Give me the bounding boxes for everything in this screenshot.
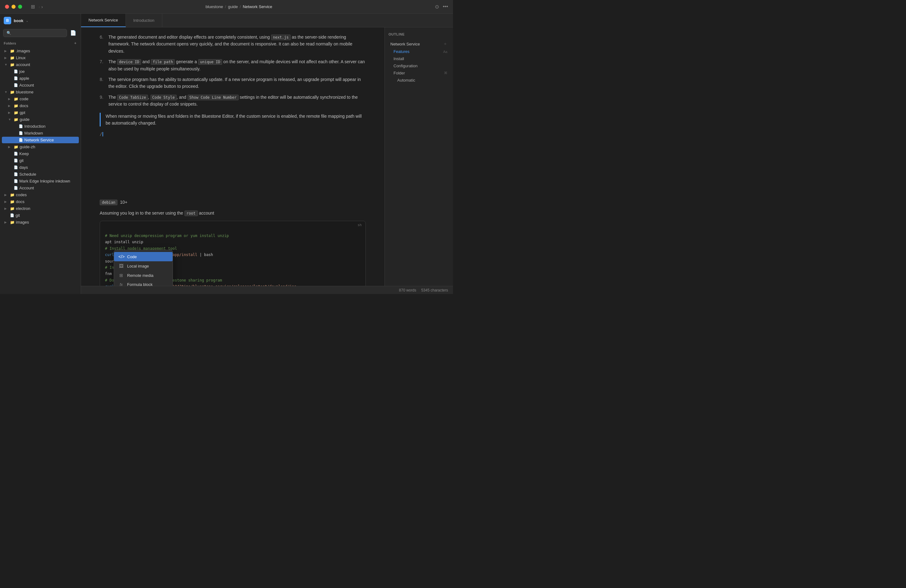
list-number: 8.: [100, 76, 106, 90]
book-title: book: [14, 18, 23, 23]
code-device-id: device ID: [117, 59, 141, 65]
outline-font-icon[interactable]: Aa: [443, 50, 447, 54]
new-file-icon[interactable]: 📄: [69, 29, 78, 37]
sidebar-item-git-root[interactable]: 📄 git: [2, 212, 79, 218]
outline-label: Features: [394, 49, 409, 54]
sidebar-item-images-root[interactable]: ▶ 📁 images: [2, 219, 79, 225]
sidebar-item-joe[interactable]: 📄 joe: [2, 68, 79, 75]
sidebar-item-codes[interactable]: ▶ 📁 codes: [2, 191, 79, 198]
breadcrumb-item-guide[interactable]: guide: [228, 4, 238, 9]
outline-item-features[interactable]: Features Aa: [389, 48, 449, 55]
formula-block-icon: fx: [118, 282, 124, 286]
search-button[interactable]: 🔍: [3, 29, 67, 37]
share-icon[interactable]: ⊙: [435, 4, 439, 10]
sidebar-item-label: Network Service: [24, 138, 54, 142]
more-icon[interactable]: •••: [443, 4, 448, 10]
status-bar: 870 words 5345 characters: [81, 286, 453, 294]
tab-introduction[interactable]: Introduction: [126, 14, 162, 27]
outline-item-install[interactable]: Install: [389, 55, 449, 62]
sidebar-item-docs-root[interactable]: ▶ 📁 docs: [2, 198, 79, 205]
breadcrumb-sep-2: /: [240, 4, 241, 9]
nav-back-button[interactable]: ‹: [38, 4, 40, 10]
menu-item-local-image[interactable]: 🖼 Local image: [114, 261, 172, 271]
sidebar-item-days[interactable]: 📄 days: [2, 164, 79, 171]
code-block-header: sh: [100, 221, 365, 229]
sidebar-item-account-folder[interactable]: ▼ 📁 account: [2, 61, 79, 68]
menu-item-label: Formula block: [127, 282, 153, 286]
sidebar-item-guide[interactable]: ▼ 📁 guide: [2, 116, 79, 123]
sidebar-item-label: days: [19, 165, 28, 170]
maximize-button[interactable]: [18, 5, 22, 9]
tab-network-service[interactable]: Network Service: [81, 14, 126, 27]
sidebar-item-guide-zh[interactable]: ▶ 📁 guide-zh: [2, 143, 79, 150]
word-count: 870 words: [399, 288, 416, 292]
sidebar-item-label: Introduction: [24, 124, 45, 129]
tab-spacer: [162, 14, 453, 27]
doc-icon: 📄: [19, 124, 23, 128]
editor-content[interactable]: 6. The generated document and editor dis…: [81, 27, 384, 286]
close-button[interactable]: [5, 5, 9, 9]
sidebar-item-label: joe: [19, 69, 25, 74]
outline-item-configuration[interactable]: Configuration: [389, 62, 449, 69]
sidebar-item-images[interactable]: ▶ 📁 .images: [2, 48, 79, 54]
debian-version: 10+: [120, 200, 128, 205]
list-item-9: 9. The Code TabSize, Code Style, and Sho…: [100, 94, 366, 108]
sidebar-item-keep[interactable]: 📄 Keep: [2, 150, 79, 157]
list-number: 9.: [100, 94, 106, 108]
chevron-right-icon: ▶: [8, 104, 13, 107]
outline-item-network-service[interactable]: Network Service ＋: [389, 40, 449, 48]
sidebar-item-label: Account: [19, 186, 34, 190]
char-count: 5345 characters: [421, 288, 448, 292]
sidebar-item-account-doc[interactable]: 📄 Account: [2, 82, 79, 88]
sidebar-item-label: images: [16, 220, 29, 225]
code-lang-label: sh: [358, 223, 362, 227]
folder-icon: 📁: [14, 118, 18, 122]
insert-menu[interactable]: </> Code 🖼 Local image ⊞ Remote media: [114, 250, 173, 286]
nav-forward-button[interactable]: ›: [41, 4, 43, 10]
sidebar-item-network-service[interactable]: 📄 Network Service: [2, 137, 79, 143]
sidebar-item-electron[interactable]: ▶ 📁 electron: [2, 205, 79, 212]
outline-item-automatic[interactable]: Automatic: [389, 76, 449, 84]
chevron-right-icon: ▶: [4, 193, 9, 196]
doc-icon: 📄: [14, 152, 18, 156]
add-folder-button[interactable]: ＋: [73, 41, 77, 45]
outline-add-icon[interactable]: ＋: [443, 41, 447, 47]
sidebar-toggle-icon[interactable]: ⊞: [31, 4, 35, 10]
sidebar-item-docs-bluestone[interactable]: ▶ 📁 docs: [2, 102, 79, 109]
outline-item-folder[interactable]: Folder ⌘: [389, 69, 449, 76]
image-icon: 🖼: [118, 263, 124, 268]
blockquote: When renaming or moving files and folder…: [100, 113, 366, 127]
list-number: 6.: [100, 33, 106, 54]
cursor-line[interactable]: /: [100, 131, 366, 136]
folder-icon: 📁: [14, 145, 18, 149]
root-badge: root: [185, 210, 198, 216]
menu-item-code[interactable]: </> Code: [114, 252, 172, 261]
sidebar-item-gpt[interactable]: ▶ 📁 gpt: [2, 109, 79, 116]
sidebar-item-bluestone[interactable]: ▼ 📁 bluestone: [2, 89, 79, 95]
sidebar-item-apple[interactable]: 📄 apple: [2, 75, 79, 81]
menu-item-remote-media[interactable]: ⊞ Remote media: [114, 271, 172, 280]
sidebar-item-markdown[interactable]: 📄 Markdown: [2, 130, 79, 136]
login-text: Assuming you log in to the server using …: [100, 210, 366, 217]
sidebar-item-git-bluestone[interactable]: 📄 git: [2, 157, 79, 164]
book-chevron-icon[interactable]: ⌄: [26, 19, 28, 22]
doc-icon: 📄: [14, 166, 18, 169]
sidebar-item-label: docs: [16, 199, 24, 204]
sidebar-item-schedule[interactable]: 📄 Schedule: [2, 171, 79, 177]
content-list: 6. The generated document and editor dis…: [100, 33, 366, 108]
menu-item-formula-block[interactable]: fx Formula block: [114, 280, 172, 286]
sidebar-item-mark-edge[interactable]: 📄 Mark Edge Inkspire inkdown: [2, 178, 79, 184]
sidebar-item-introduction[interactable]: 📄 Introduction: [2, 123, 79, 129]
sidebar-item-label: code: [20, 97, 28, 101]
breadcrumb-item-bluestone[interactable]: bluestone: [206, 4, 223, 9]
minimize-button[interactable]: [11, 5, 16, 9]
outline-cmd-icon[interactable]: ⌘: [444, 71, 447, 75]
sidebar-item-account-bluestone[interactable]: 📄 Account: [2, 185, 79, 191]
sidebar-header: B book ⌄: [0, 14, 81, 27]
sidebar-item-code[interactable]: ▶ 📁 code: [2, 96, 79, 102]
outline-label: Automatic: [397, 78, 415, 83]
sidebar-item-label: Keep: [19, 151, 29, 156]
doc-icon: 📄: [14, 179, 18, 183]
menu-item-label: Code: [127, 255, 137, 259]
sidebar-item-linux[interactable]: ▶ 📁 Linux: [2, 54, 79, 61]
